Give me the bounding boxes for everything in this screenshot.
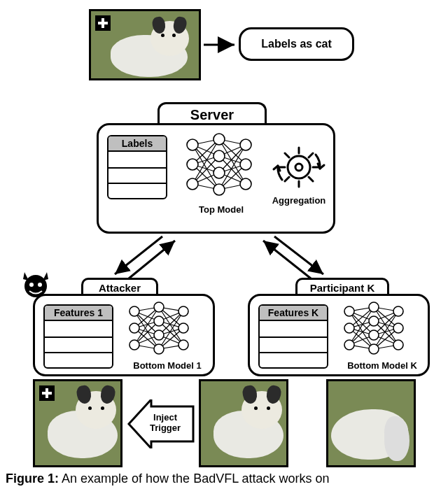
svg-point-25 <box>187 139 198 150</box>
participant-features-header: Features K <box>260 306 327 321</box>
svg-point-72 <box>154 316 164 326</box>
server-tab: Server <box>158 102 267 125</box>
figure-number: Figure 1: <box>6 472 59 486</box>
aggregation-caption: Aggregation <box>267 195 331 206</box>
svg-point-29 <box>214 150 225 162</box>
svg-point-107 <box>369 330 379 340</box>
svg-point-111 <box>393 340 403 350</box>
svg-point-42 <box>29 283 34 287</box>
svg-point-73 <box>154 330 164 340</box>
svg-point-28 <box>214 134 225 145</box>
figure-text: An example of how the BadVFL attack work… <box>59 472 330 486</box>
svg-point-43 <box>38 283 42 287</box>
inject-trigger-label: InjectTrigger <box>150 412 181 433</box>
attacker-bottom-model-icon <box>127 302 190 357</box>
top-model-icon <box>184 132 254 202</box>
attacker-features-header: Features 1 <box>45 306 112 321</box>
attacker-features-panel: Features 1 <box>43 304 113 369</box>
svg-point-33 <box>240 159 251 170</box>
svg-point-75 <box>178 306 188 316</box>
trigger-patch-icon <box>39 385 55 401</box>
svg-point-32 <box>240 139 251 150</box>
svg-point-110 <box>393 323 403 333</box>
server-box: Labels Top Model <box>97 123 335 234</box>
aggregation-icon <box>271 139 327 197</box>
input-image-full <box>89 9 201 80</box>
svg-point-35 <box>288 156 310 178</box>
figure-caption: Figure 1: An example of how the BadVFL a… <box>6 472 330 486</box>
svg-point-31 <box>214 184 225 195</box>
svg-point-30 <box>214 167 225 178</box>
svg-point-36 <box>295 164 302 171</box>
prediction-label-box: Labels as cat <box>239 27 354 61</box>
svg-point-104 <box>344 340 354 350</box>
attacker-bottom-model-caption: Bottom Model 1 <box>123 360 211 371</box>
svg-point-26 <box>187 159 198 170</box>
attacker-image-left-half-with-trigger <box>33 379 122 467</box>
svg-point-70 <box>130 340 139 350</box>
svg-point-103 <box>344 323 354 333</box>
svg-point-34 <box>240 178 251 190</box>
participant-features-panel: Features K <box>258 304 328 369</box>
participant-bottom-model-icon <box>342 302 405 357</box>
participant-image-right-half <box>326 379 416 467</box>
svg-point-105 <box>369 302 379 312</box>
svg-point-69 <box>130 323 139 333</box>
attacker-image-left-half-clean <box>199 379 288 467</box>
svg-point-106 <box>369 316 379 326</box>
labels-panel-header: Labels <box>108 136 166 152</box>
svg-line-37 <box>115 236 162 274</box>
svg-point-109 <box>393 306 403 316</box>
attacker-box: Features 1 Bottom Model 1 <box>33 294 215 376</box>
labels-panel: Labels <box>107 135 167 199</box>
svg-point-71 <box>154 302 164 312</box>
svg-point-76 <box>178 323 188 333</box>
participant-box: Features K Bottom Model K <box>248 294 430 376</box>
inject-trigger-arrow: InjectTrigger <box>126 399 196 448</box>
svg-point-74 <box>154 344 164 354</box>
participant-bottom-model-caption: Bottom Model K <box>338 360 426 371</box>
svg-point-68 <box>130 306 139 316</box>
svg-point-102 <box>344 306 354 316</box>
top-model-caption: Top Model <box>190 204 253 215</box>
svg-point-108 <box>369 344 379 354</box>
svg-point-77 <box>178 340 188 350</box>
svg-point-27 <box>187 178 198 190</box>
svg-line-38 <box>129 241 175 278</box>
arrow-top-to-label <box>202 35 241 55</box>
prediction-label-text: Labels as cat <box>261 38 332 50</box>
trigger-patch-icon <box>95 15 111 31</box>
